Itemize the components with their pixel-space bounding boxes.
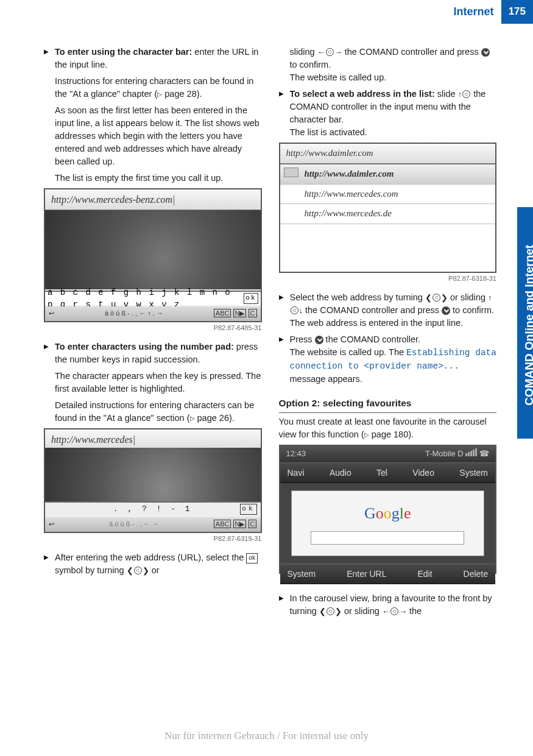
- menu-item: System: [459, 467, 488, 479]
- step-title: To select a web address in the list:: [290, 89, 435, 99]
- step-select-list: To select a web address in the list: sli…: [279, 88, 497, 139]
- step-press-controller: Press the COMAND controller. The website…: [279, 333, 497, 386]
- step-carousel: In the carousel view, bring a favourite …: [279, 592, 497, 618]
- right-column: sliding ←→ the COMAND controller and pre…: [279, 46, 497, 621]
- figure-char-bar: http://www.mercedes-benz.com| a b c d e …: [44, 188, 262, 322]
- step-text: Press the COMAND controller. The website…: [290, 333, 497, 386]
- turn-icon: ❮❯: [425, 293, 448, 302]
- section-title: Internet: [454, 4, 501, 19]
- page-content: To enter using the character bar: enter …: [44, 46, 496, 621]
- turn-icon: ❮❯: [319, 607, 342, 616]
- fig-lower-row: ↩ ä ö ü ß - . , ← → ABC N▶ C: [45, 517, 261, 532]
- list-item: http://www.mercedes.com: [280, 185, 496, 205]
- page-header: Internet 175: [454, 0, 533, 23]
- step-note: Instructions for entering characters can…: [55, 75, 262, 101]
- clock: 12:43: [286, 448, 306, 460]
- step-marker-icon: [279, 88, 290, 139]
- step-enter-number-pad: To enter characters using the number pad…: [44, 341, 262, 366]
- fig-globe-bg: [45, 210, 261, 289]
- step-marker-icon: [44, 341, 55, 366]
- heading-option-2: Option 2: selecting favourites: [279, 397, 497, 412]
- turn-icon: ❮❯: [127, 566, 149, 575]
- google-search-input: [311, 531, 464, 545]
- step-marker-icon: [44, 46, 55, 71]
- press-icon: [442, 306, 450, 315]
- ok-symbol-icon: ok: [246, 553, 258, 563]
- favourites-intro: You must create at least one favourite i…: [279, 415, 497, 441]
- step-continuation: sliding ←→ the COMAND controller and pre…: [290, 46, 497, 84]
- google-logo: Google: [364, 502, 411, 525]
- list-item: http://www.mercedes.de: [280, 204, 496, 224]
- step-note: The list is empty the first time you cal…: [55, 172, 262, 185]
- figure-number-pad: http://www.mercedes| . , ? ! - 1 ok ↩ ä …: [44, 428, 262, 533]
- list-icon: [284, 168, 298, 177]
- fig-top-menu: Navi Audio Tel Video System: [280, 462, 496, 483]
- slide-lr-icon: ←→: [382, 607, 407, 616]
- return-icon: ↩: [49, 520, 54, 529]
- page-number: 175: [501, 0, 533, 24]
- step-note: The character appears when the key is pr…: [55, 370, 262, 395]
- step-text: After entering the web address (URL), se…: [55, 551, 262, 577]
- step-note: Detailed instructions for entering chara…: [55, 399, 262, 425]
- fig-char-candidates: . , ? ! - 1 ok: [45, 501, 261, 516]
- fig-url-input: http://www.daimler.com: [280, 144, 496, 164]
- fig-character-row: a b c d e f g h i j k l m n o p q r s t …: [45, 291, 261, 305]
- step-text: In the carousel view, bring a favourite …: [290, 592, 497, 618]
- step-title: To enter characters using the number pad…: [55, 342, 234, 352]
- ok-icon: ok: [244, 293, 258, 304]
- provider-label: T-Mobile D: [425, 449, 464, 458]
- step-select-address: Select the web address by turning ❮❯ or …: [279, 291, 497, 330]
- menu-item: Tel: [376, 467, 387, 479]
- menu-item: Navi: [288, 467, 305, 479]
- step-marker-icon: [44, 551, 55, 577]
- step-text: Select the web address by turning ❮❯ or …: [290, 291, 497, 330]
- step-title: To enter using the character bar:: [55, 47, 192, 57]
- step-marker-icon: [279, 592, 290, 618]
- page-ref-icon: ▷: [364, 431, 369, 438]
- step-enter-char-bar: To enter using the character bar: enter …: [44, 46, 262, 71]
- page-ref-icon: ▷: [190, 415, 195, 422]
- step-marker-icon: [279, 291, 290, 330]
- step-marker-icon: [279, 333, 290, 386]
- figure-carousel: 12:43 T-Mobile D ☎ Navi Audio Tel Video …: [279, 445, 497, 574]
- slide-lr-icon: ←→: [317, 48, 342, 57]
- figure-caption: P82.87-6318-31: [279, 274, 497, 284]
- left-column: To enter using the character bar: enter …: [44, 46, 262, 621]
- fig-url-input: http://www.mercedes-benz.com|: [45, 189, 261, 211]
- menu-item: Video: [412, 467, 434, 479]
- press-icon: [315, 336, 323, 344]
- figure-caption: P82.87-6485-31: [44, 323, 262, 333]
- menu-item: Enter URL: [347, 568, 386, 580]
- fig-lower-row: ↩ ä ö ü ß - . , ← ↑ . → ABC N▶ C: [45, 306, 261, 321]
- menu-item: Delete: [464, 568, 488, 580]
- fig-bottom-menu: System Enter URL Edit Delete: [280, 563, 496, 584]
- fig-status-bar: 12:43 T-Mobile D ☎: [280, 446, 496, 462]
- figure-address-list: http://www.daimler.com http://www.daimle…: [279, 143, 497, 273]
- press-icon: [481, 48, 490, 57]
- list-item: http://www.daimler.com: [280, 164, 496, 185]
- step-note: As soon as the first letter has been ent…: [55, 104, 262, 168]
- menu-item: System: [288, 568, 316, 580]
- signal-icon: [465, 448, 477, 456]
- figure-caption: P82.87-6319-31: [44, 534, 262, 544]
- menu-item: Audio: [330, 467, 351, 479]
- slide-up-icon: ↑: [458, 90, 471, 99]
- step-select-ok: After entering the web address (URL), se…: [44, 551, 262, 577]
- phone-icon: ☎: [479, 449, 489, 458]
- side-tab: COMAND Online and Internet: [517, 207, 533, 439]
- side-tab-label: COMAND Online and Internet: [521, 210, 533, 441]
- fig-browser-card: Google: [291, 490, 485, 556]
- menu-item: Edit: [417, 568, 432, 580]
- ok-icon: ok: [240, 504, 256, 515]
- footer-watermark: Nur für internen Gebrauch / For internal…: [0, 729, 533, 744]
- return-icon: ↩: [49, 309, 54, 319]
